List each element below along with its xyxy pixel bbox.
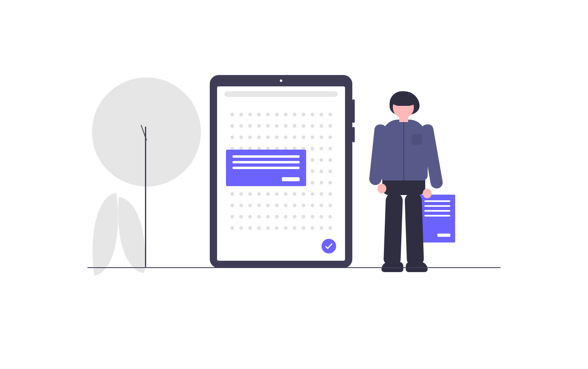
- tablet-side-button-icon: [352, 127, 355, 142]
- tablet-camera-icon: [280, 79, 282, 82]
- person-shoe-icon: [381, 262, 403, 272]
- text-line-icon: [232, 155, 300, 158]
- person-hand-icon: [377, 184, 386, 193]
- text-line-icon: [232, 161, 300, 163]
- person-shoe-icon: [406, 262, 428, 272]
- checkmark-badge-icon: [322, 239, 336, 253]
- address-bar-icon: [224, 91, 338, 97]
- person-figure-icon: [373, 91, 450, 276]
- tablet-side-button-icon: [352, 99, 355, 123]
- jacket-zipper-icon: [403, 121, 404, 180]
- tablet-screen: [217, 86, 345, 261]
- illustration-scene: [0, 0, 588, 369]
- event-card-icon: [226, 150, 306, 186]
- person-hand-icon: [423, 189, 432, 198]
- person-leg-icon: [383, 192, 403, 265]
- shirt-pocket-icon: [411, 134, 422, 145]
- person-hair-front-icon: [392, 94, 415, 106]
- tree-canopy-icon: [92, 77, 201, 187]
- tree-trunk-icon: [145, 127, 146, 267]
- tablet-device-icon: [210, 75, 352, 268]
- person-leg-icon: [405, 192, 424, 265]
- ground-line-icon: [87, 267, 501, 268]
- card-button-icon: [282, 177, 300, 181]
- text-line-icon: [232, 167, 300, 169]
